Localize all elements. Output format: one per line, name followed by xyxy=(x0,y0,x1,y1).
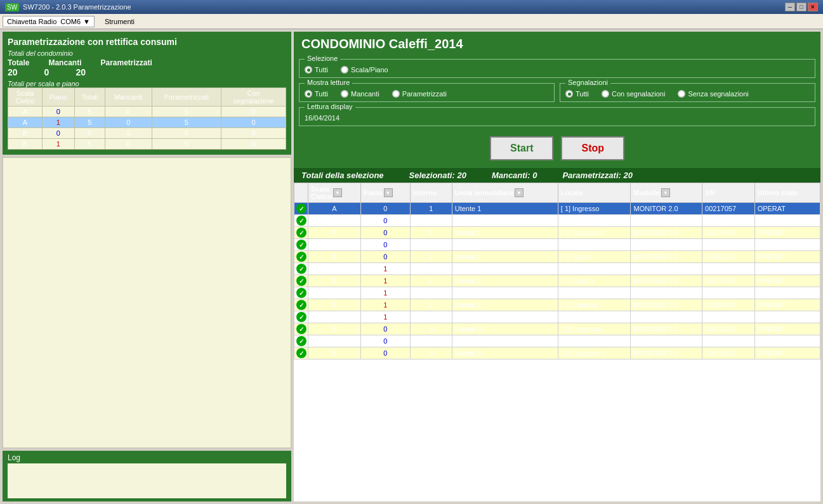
segn-con-option[interactable]: Con segnalazioni xyxy=(602,90,665,98)
segn-tutti-label: Tutti xyxy=(576,90,589,98)
cell-scala: A xyxy=(308,299,361,311)
segn-senza-label: Senza segnalazioni xyxy=(688,90,748,98)
status-ok-icon xyxy=(296,264,306,274)
selezione-tutti-option[interactable]: Tutti xyxy=(305,66,328,74)
cell-piano: 0 xyxy=(42,128,74,139)
cell-locale: [ 7] Cucina xyxy=(558,275,631,287)
cell-unita: Utente 1 xyxy=(452,227,558,239)
table-row[interactable]: A 0 1 Utente 1 [ 2] Cucina MONITOR 2.0 0… xyxy=(294,215,820,227)
table-row[interactable]: A 0 1 Utente 1 [ 5] Bagno MONITOR 2.0 00… xyxy=(294,251,820,263)
cell-status-icon xyxy=(294,215,308,227)
status-ok-icon xyxy=(296,216,306,226)
selezione-box: Selezione Tutti Scala/Piano xyxy=(299,59,815,78)
status-ok-icon xyxy=(296,300,306,310)
start-button[interactable]: Start xyxy=(490,136,553,160)
cell-scala: A xyxy=(308,239,361,251)
cell-mancanti: 0 xyxy=(105,117,152,128)
table-row[interactable]: A 1 2 Utente 2 [ 6] Ingresso MONITOR 2.0… xyxy=(294,263,820,275)
cell-totali: 5 xyxy=(74,128,105,139)
close-button[interactable]: ✕ xyxy=(808,3,818,11)
table-row[interactable]: A 1 2 Utente 2 [ 9] Camera MONITOR 2.0 0… xyxy=(294,299,820,311)
table-row[interactable]: A 1 2 Utente 2 [ 7] Cucina MONITOR 2.0 0… xyxy=(294,275,820,287)
cell-mancanti: 0 xyxy=(105,139,152,150)
cell-parametrizzati: 5 xyxy=(152,107,221,117)
modello-filter-btn[interactable]: ▼ xyxy=(661,188,670,197)
cell-sn: 00906616 xyxy=(702,347,755,359)
segn-senza-option[interactable]: Senza segnalazioni xyxy=(678,90,748,98)
stop-button[interactable]: Stop xyxy=(561,136,624,160)
table-row[interactable]: A 0 1 Utente 1 [ 1] Ingresso MONITOR 2.0… xyxy=(294,203,820,215)
cell-unita: Utente 1 xyxy=(452,203,558,215)
mancanti-value: 0 xyxy=(44,67,49,77)
cell-stato: OPERAT xyxy=(754,311,820,323)
cell-unita: Utente 1 xyxy=(452,251,558,263)
cell-modello: MONITOR 2.0 xyxy=(631,239,702,251)
summary-table-row[interactable]: B 1 5 0 5 0 xyxy=(8,139,286,150)
cell-scala: A xyxy=(308,311,361,323)
cell-piano: 0 xyxy=(360,215,410,227)
mostra-tutti-option[interactable]: Tutti xyxy=(305,90,328,98)
segn-tutti-option[interactable]: Tutti xyxy=(565,90,589,98)
table-row[interactable]: A 0 1 Utente 1 [ 4] Camera MONITOR 2.0 0… xyxy=(294,239,820,251)
cell-piano: 1 xyxy=(360,263,410,275)
table-row[interactable]: B 0 3 Utente 3 [11] Ingresso MONITOR 2.0… xyxy=(294,323,820,335)
cell-interno: 3 xyxy=(410,335,452,347)
cell-scala: B xyxy=(308,335,361,347)
parametrizzati-header: Parametrizzati xyxy=(100,58,152,67)
cell-status-icon xyxy=(294,347,308,359)
summary-table-row[interactable]: B 0 5 0 5 0 xyxy=(8,128,286,139)
table-row[interactable]: A 0 1 Utente 1 [ 3] Soggiorno MONITOR 2.… xyxy=(294,227,820,239)
cell-modello: MONITOR 2.0 xyxy=(631,323,702,335)
cell-locale: [ 2] Cucina xyxy=(558,215,631,227)
cell-interno: 1 xyxy=(410,239,452,251)
selezione-scala-option[interactable]: Scala/Piano xyxy=(341,66,388,74)
data-table: ScalaCivico ▼ Piano ▼ Interno xyxy=(294,183,820,359)
log-content xyxy=(8,463,286,498)
tutti-radio[interactable] xyxy=(305,66,312,74)
status-ok-icon xyxy=(296,348,306,358)
piano-filter-btn[interactable]: ▼ xyxy=(384,188,393,197)
maximize-button[interactable]: □ xyxy=(796,3,807,11)
cell-interno: 2 xyxy=(410,275,452,287)
cell-piano: 1 xyxy=(42,139,74,150)
segn-tutti-radio[interactable] xyxy=(565,90,573,98)
cell-parametrizzati: 5 xyxy=(152,117,221,128)
cell-status-icon xyxy=(294,239,308,251)
cell-unita: Utente 3 xyxy=(452,335,558,347)
totali-values: 20 0 20 xyxy=(8,67,286,77)
table-row[interactable]: A 1 2 Utente 2 [ 8] Soggiorno MONITOR 2.… xyxy=(294,287,820,299)
mostra-tutti-radio[interactable] xyxy=(305,90,312,98)
cell-unita: Utente 2 xyxy=(452,275,558,287)
cell-locale: [ 5] Bagno xyxy=(558,251,631,263)
mostra-mancanti-option[interactable]: Mancanti xyxy=(341,90,379,98)
minimize-button[interactable]: ─ xyxy=(785,3,795,11)
cell-status-icon xyxy=(294,311,308,323)
table-row[interactable]: A 1 2 Utente 2 [10] Bagno MONITOR 2.0 00… xyxy=(294,311,820,323)
mostra-parametrizzati-radio[interactable] xyxy=(392,90,400,98)
lettura-date: 16/04/2014 xyxy=(305,114,810,122)
scala-filter-btn[interactable]: ▼ xyxy=(333,188,342,197)
cell-modello: MONITOR 2.0 xyxy=(631,227,702,239)
summary-table-row[interactable]: A 0 5 0 5 0 xyxy=(8,107,286,117)
table-row[interactable]: B 0 3 Utente 3 [12] Cucina MONITOR 2.0 0… xyxy=(294,335,820,347)
chiavetta-radio-dropdown[interactable]: Chiavetta Radio COM6 ▼ xyxy=(3,16,95,27)
summary-table-row[interactable]: A 1 5 0 5 0 xyxy=(8,117,286,128)
mostra-mancanti-radio[interactable] xyxy=(341,90,348,98)
segn-con-radio[interactable] xyxy=(602,90,609,98)
segn-senza-radio[interactable] xyxy=(678,90,685,98)
cell-locale: [10] Bagno xyxy=(558,311,631,323)
table-row[interactable]: B 0 3 Utente 3 [13] Soggiorno MONITOR 2.… xyxy=(294,347,820,359)
cell-piano: 0 xyxy=(360,203,410,215)
cell-piano: 1 xyxy=(360,287,410,299)
cell-scala: B xyxy=(308,347,361,359)
buttons-row: Start Stop xyxy=(294,129,820,168)
cell-sn: 00204606 xyxy=(702,227,755,239)
scala-piano-radio[interactable] xyxy=(341,66,348,74)
mostra-parametrizzati-option[interactable]: Parametrizzati xyxy=(392,90,447,98)
cell-piano: 0 xyxy=(360,347,410,359)
cell-modello: MONITOR 2.0 xyxy=(631,215,702,227)
unita-filter-btn[interactable]: ▼ xyxy=(515,188,523,197)
cell-interno: 2 xyxy=(410,311,452,323)
strumenti-menu[interactable]: Strumenti xyxy=(100,16,140,27)
com6-value: COM6 xyxy=(60,18,81,25)
